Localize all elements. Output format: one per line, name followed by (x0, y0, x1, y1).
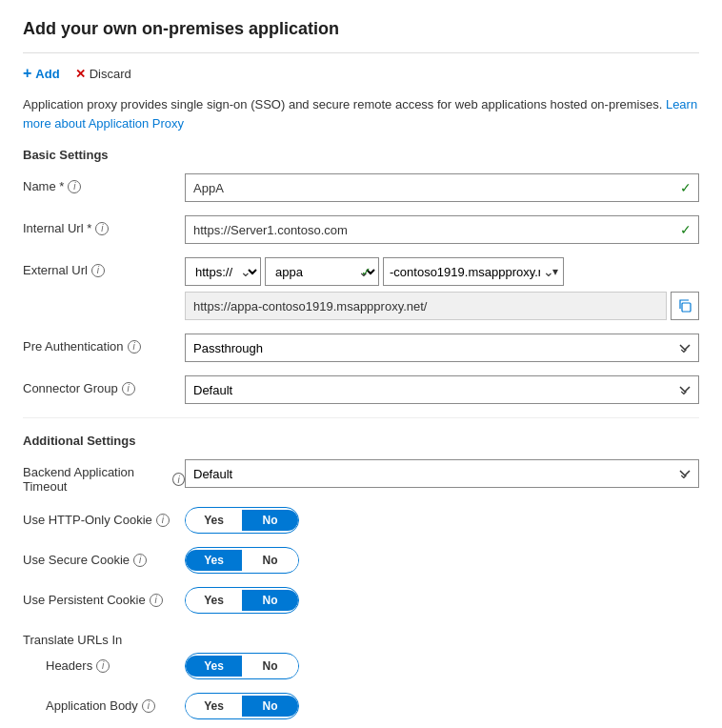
headers-label: Headers i (23, 653, 185, 673)
persistent-cookie-toggle: Yes No (185, 587, 699, 614)
external-url-control: https:// http:// appa ✓ -contoso1919.msa… (185, 257, 699, 320)
headers-toggle: Yes No (185, 653, 699, 679)
internal-url-control: ✓ (185, 215, 699, 244)
pre-auth-info-icon[interactable]: i (128, 340, 141, 354)
secure-cookie-no[interactable]: No (242, 550, 298, 571)
app-body-info-icon[interactable]: i (142, 699, 155, 713)
secure-cookie-label: Use Secure Cookie i (23, 547, 185, 567)
persistent-cookie-info-icon[interactable]: i (150, 594, 163, 607)
connector-group-select[interactable]: Default (185, 375, 699, 404)
internal-url-row: Internal Url * i ✓ (23, 215, 699, 244)
discard-label: Discard (90, 67, 131, 81)
persistent-cookie-label: Use Persistent Cookie i (23, 587, 185, 607)
connector-group-row: Connector Group i Default (23, 375, 699, 404)
external-url-scheme-select[interactable]: https:// http:// (185, 257, 261, 286)
external-url-name-select[interactable]: appa (265, 257, 379, 286)
secure-cookie-toggle: Yes No (185, 547, 699, 574)
translate-urls-row: Translate URLs In (23, 627, 699, 647)
name-label: Name * i (23, 173, 185, 193)
secure-cookie-row: Use Secure Cookie i Yes No (23, 547, 699, 574)
external-url-readonly (185, 292, 667, 320)
description-text: Application proxy provides single sign-o… (23, 95, 699, 132)
backend-timeout-select[interactable]: Default Long Short (185, 459, 699, 488)
headers-row: Headers i Yes No (23, 653, 699, 679)
plus-icon: + (23, 65, 31, 82)
persistent-cookie-row: Use Persistent Cookie i Yes No (23, 587, 699, 614)
basic-settings-title: Basic Settings (23, 148, 699, 162)
app-body-no[interactable]: No (242, 696, 298, 717)
internal-url-info-icon[interactable]: i (95, 222, 109, 235)
pre-auth-label: Pre Authentication i (23, 334, 185, 354)
connector-group-label: Connector Group i (23, 375, 185, 395)
add-button[interactable]: + Add (23, 65, 60, 82)
persistent-cookie-toggle-group[interactable]: Yes No (185, 587, 299, 614)
headers-no[interactable]: No (242, 656, 298, 677)
backend-timeout-control: Default Long Short (185, 459, 699, 488)
connector-group-info-icon[interactable]: i (122, 382, 135, 395)
secure-cookie-yes[interactable]: Yes (186, 550, 242, 571)
secure-cookie-info-icon[interactable]: i (133, 554, 147, 567)
persistent-cookie-yes[interactable]: Yes (186, 590, 242, 611)
http-cookie-label: Use HTTP-Only Cookie i (23, 507, 185, 527)
app-body-toggle: Yes No (185, 693, 699, 719)
headers-yes[interactable]: Yes (186, 656, 242, 677)
pre-auth-select[interactable]: Passthrough Azure Active Directory (185, 334, 699, 362)
backend-timeout-label: Backend Application Timeout i (23, 459, 185, 494)
headers-toggle-group[interactable]: Yes No (185, 653, 299, 679)
headers-info-icon[interactable]: i (96, 659, 110, 673)
internal-url-input[interactable] (185, 215, 699, 244)
name-check-icon: ✓ (680, 180, 692, 195)
copy-icon (677, 298, 692, 313)
x-icon: ✕ (75, 67, 86, 81)
external-url-label: External Url i (23, 257, 185, 277)
backend-timeout-info-icon[interactable]: i (172, 473, 185, 486)
page-title: Add your own on-premises application (23, 19, 699, 39)
pre-auth-row: Pre Authentication i Passthrough Azure A… (23, 334, 699, 362)
name-input[interactable] (185, 173, 699, 202)
copy-url-button[interactable] (671, 292, 699, 320)
svg-rect-0 (682, 303, 691, 312)
external-url-suffix-select[interactable]: -contoso1919.msappproxy.net/ (383, 257, 564, 286)
app-body-toggle-group[interactable]: Yes No (185, 693, 299, 719)
http-cookie-toggle: Yes No (185, 507, 699, 534)
translate-urls-label: Translate URLs In (23, 627, 185, 647)
internal-url-check-icon: ✓ (680, 222, 692, 237)
connector-group-control: Default (185, 375, 699, 404)
app-body-row: Application Body i Yes No (23, 693, 699, 719)
external-url-row: External Url i https:// http:// appa ✓ -… (23, 257, 699, 320)
http-cookie-toggle-group[interactable]: Yes No (185, 507, 299, 534)
name-control: ✓ (185, 173, 699, 202)
app-body-yes[interactable]: Yes (186, 696, 242, 717)
discard-button[interactable]: ✕ Discard (75, 65, 131, 82)
app-body-label: Application Body i (23, 693, 185, 713)
http-cookie-info-icon[interactable]: i (156, 514, 170, 527)
internal-url-label: Internal Url * i (23, 215, 185, 235)
name-row: Name * i ✓ (23, 173, 699, 202)
add-label: Add (35, 67, 59, 81)
http-cookie-yes[interactable]: Yes (186, 510, 242, 531)
external-url-info-icon[interactable]: i (91, 264, 105, 277)
additional-settings-title: Additional Settings (23, 434, 699, 448)
secure-cookie-toggle-group[interactable]: Yes No (185, 547, 299, 574)
http-cookie-no[interactable]: No (242, 510, 298, 531)
persistent-cookie-no[interactable]: No (242, 590, 298, 611)
http-cookie-row: Use HTTP-Only Cookie i Yes No (23, 507, 699, 534)
backend-timeout-row: Backend Application Timeout i Default Lo… (23, 459, 699, 494)
name-info-icon[interactable]: i (68, 180, 81, 193)
toolbar: + Add ✕ Discard (23, 65, 699, 82)
pre-auth-control: Passthrough Azure Active Directory (185, 334, 699, 362)
